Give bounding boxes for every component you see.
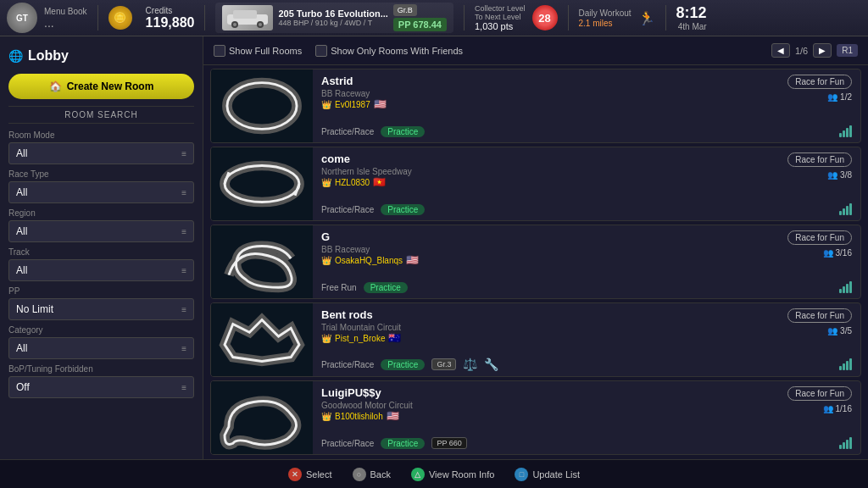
create-room-button[interactable]: 🏠 Create New Room <box>8 74 194 99</box>
players-count: 1/2 <box>840 92 852 102</box>
room-signal <box>839 358 852 370</box>
next-page-button[interactable]: ▶ <box>813 43 832 58</box>
svg-rect-1 <box>233 10 257 19</box>
room-details-1: come Northern Isle Speedway 👑 HZL0830 🇻🇳… <box>313 147 860 220</box>
filter-select-room-mode[interactable]: All ≡ <box>8 142 194 164</box>
main-layout: 🌐 Lobby 🏠 Create New Room ROOM SEARCH Ro… <box>0 36 868 459</box>
filter-label: Track <box>8 247 194 257</box>
room-right: Race for Fun 👥 1/16 <box>787 386 852 413</box>
room-thumbnail-2 <box>211 225 313 298</box>
host-name: OsakaHQ_Blanqs <box>335 256 403 265</box>
room-details-0: Astrid BB Raceway 👑 Ev0l1987 🇺🇸 Race for… <box>313 69 860 142</box>
filter-select-pp[interactable]: No Limit ≡ <box>8 298 194 320</box>
crown-icon: 👑 <box>321 100 331 109</box>
crown-icon: 👑 <box>321 334 331 343</box>
room-top: come Northern Isle Speedway 👑 HZL0830 🇻🇳… <box>321 152 852 188</box>
action-label-tri: View Room Info <box>429 469 494 480</box>
flag-icon: 🇻🇳 <box>373 176 386 188</box>
filter-label: PP <box>8 286 194 296</box>
signal-bar-4 <box>849 358 852 370</box>
filter-bar: Show Full Rooms Show Only Rooms With Fri… <box>203 36 868 65</box>
bottom-action-tri[interactable]: △ View Room Info <box>411 468 494 481</box>
players-count: 3/16 <box>836 248 852 258</box>
chevron-down-icon: ≡ <box>181 227 186 236</box>
bottom-action-o[interactable]: ○ Back <box>353 468 391 481</box>
room-item[interactable]: come Northern Isle Speedway 👑 HZL0830 🇻🇳… <box>210 147 861 221</box>
filter-label: Region <box>8 208 194 218</box>
grade-badge: Gr.3 <box>431 358 456 370</box>
room-track: Trial Mountain Circuit <box>321 323 401 332</box>
filter-group: Room Mode All ≡ <box>8 130 194 164</box>
controller-button-o: ○ <box>353 468 366 481</box>
room-icon: 🏠 <box>49 80 62 92</box>
filter-select-region[interactable]: All ≡ <box>8 220 194 242</box>
filter-select-category[interactable]: All ≡ <box>8 337 194 359</box>
room-name-section: LuigiPU$$y Goodwood Motor Circuit 👑 B100… <box>321 386 413 422</box>
room-name-section: Astrid BB Raceway 👑 Ev0l1987 🇺🇸 <box>321 75 387 110</box>
room-name: Astrid <box>321 75 387 87</box>
chevron-down-icon: ≡ <box>181 188 186 197</box>
controller-button-tri: △ <box>411 468 425 481</box>
chevron-down-icon: ≡ <box>181 344 186 353</box>
room-mode: Practice/Race <box>321 127 374 136</box>
room-signal <box>839 281 852 293</box>
filter-label: BoP/Tuning Forbidden <box>8 364 194 374</box>
daily-workout-section: Daily Workout 2.1 miles <box>579 8 632 28</box>
room-item[interactable]: Astrid BB Raceway 👑 Ev0l1987 🇺🇸 Race for… <box>210 69 861 143</box>
players-count: 1/16 <box>836 404 852 413</box>
prev-page-button[interactable]: ◀ <box>771 43 790 58</box>
room-track: BB Raceway <box>321 245 419 254</box>
host-name: Pist_n_Broke <box>335 334 385 343</box>
race-fun-badge: Race for Fun <box>787 308 852 323</box>
coin-icon: 🪙 <box>108 6 132 30</box>
room-mode: Free Run <box>321 283 357 292</box>
players-badge: 👥 3/8 <box>827 170 852 180</box>
room-thumbnail-3 <box>211 303 313 376</box>
controller-button-x: ✕ <box>288 468 302 481</box>
signal-bar-1 <box>839 366 842 370</box>
car-info: 205 Turbo 16 Evolution... 448 BHP / 910 … <box>278 8 387 27</box>
room-item[interactable]: LuigiPU$$y Goodwood Motor Circuit 👑 B100… <box>210 380 861 455</box>
signal-bar-2 <box>843 442 845 449</box>
room-top: LuigiPU$$y Goodwood Motor Circuit 👑 B100… <box>321 386 852 422</box>
signal-bar-1 <box>839 445 842 449</box>
collector-level-badge: 28 <box>532 5 558 30</box>
room-top: Bent rods Trial Mountain Circuit 👑 Pist_… <box>321 308 852 344</box>
signal-bar-4 <box>849 437 852 449</box>
host-name: B100tlishiloh <box>335 412 383 421</box>
room-name-section: G BB Raceway 👑 OsakaHQ_Blanqs 🇺🇸 <box>321 230 419 266</box>
car-section[interactable]: 205 Turbo 16 Evolution... 448 BHP / 910 … <box>215 3 453 33</box>
room-name: Bent rods <box>321 308 401 321</box>
show-friends-rooms-checkbox[interactable]: Show Only Rooms With Friends <box>315 45 463 57</box>
room-item[interactable]: G BB Raceway 👑 OsakaHQ_Blanqs 🇺🇸 Race fo… <box>210 225 861 299</box>
flag-icon: 🇺🇸 <box>406 254 419 266</box>
players-badge: 👥 1/16 <box>823 404 852 413</box>
practice-badge: Practice <box>381 359 425 370</box>
filter-value: All <box>16 264 27 276</box>
room-search-label: ROOM SEARCH <box>8 106 194 124</box>
room-right: Race for Fun 👥 3/5 <box>787 308 852 336</box>
room-bottom: Practice/Race Practice <box>321 125 852 137</box>
action-label-x: Select <box>306 469 332 480</box>
filter-select-race-type[interactable]: All ≡ <box>8 181 194 203</box>
show-full-rooms-checkbox[interactable]: Show Full Rooms <box>214 45 302 57</box>
pp-room-badge: PP 660 <box>431 437 466 449</box>
room-item[interactable]: Bent rods Trial Mountain Circuit 👑 Pist_… <box>210 302 861 377</box>
crown-icon: 👑 <box>321 256 331 265</box>
players-badge: 👥 3/16 <box>823 248 852 258</box>
action-label-sq: Update List <box>532 469 580 480</box>
bottom-action-x[interactable]: ✕ Select <box>288 468 332 481</box>
host-row: 👑 HZL0830 🇻🇳 <box>321 176 412 188</box>
signal-bar-3 <box>846 128 849 137</box>
host-row: 👑 Ev0l1987 🇺🇸 <box>321 98 387 110</box>
filter-group: BoP/Tuning Forbidden Off ≡ <box>8 364 194 398</box>
signal-bar-3 <box>846 361 849 370</box>
svg-point-5 <box>259 23 262 26</box>
filter-select-bop/tuning-forbidden[interactable]: Off ≡ <box>8 376 194 398</box>
players-count: 3/5 <box>840 326 852 336</box>
main-content: Show Full Rooms Show Only Rooms With Fri… <box>203 36 868 459</box>
practice-badge: Practice <box>364 282 408 293</box>
bottom-action-sq[interactable]: □ Update List <box>515 468 580 481</box>
players-badge: 👥 3/5 <box>827 326 852 336</box>
filter-select-track[interactable]: All ≡ <box>8 259 194 281</box>
